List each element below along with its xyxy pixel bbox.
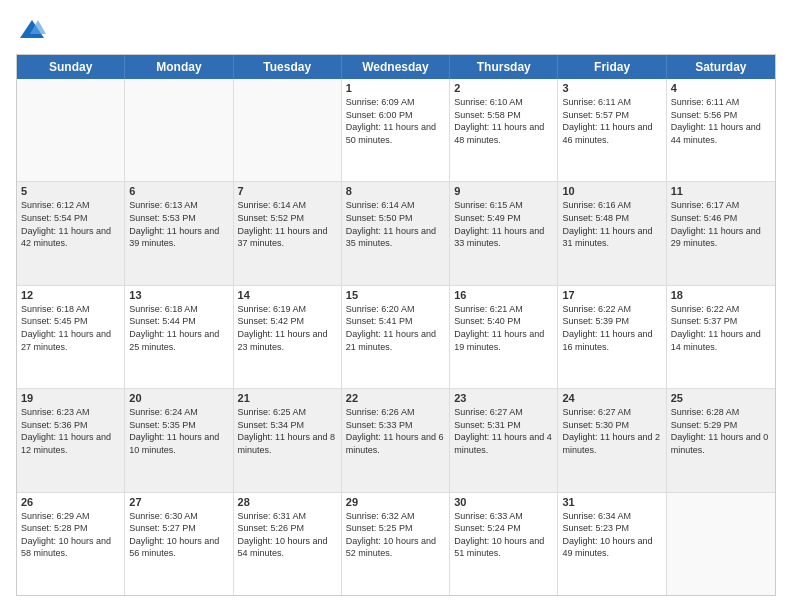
day-number: 15 [346, 289, 445, 301]
logo-icon [18, 16, 46, 44]
day-cell: 24Sunrise: 6:27 AM Sunset: 5:30 PM Dayli… [558, 389, 666, 491]
week-row-1: 1Sunrise: 6:09 AM Sunset: 6:00 PM Daylig… [17, 79, 775, 181]
day-info: Sunrise: 6:25 AM Sunset: 5:34 PM Dayligh… [238, 406, 337, 456]
day-info: Sunrise: 6:14 AM Sunset: 5:52 PM Dayligh… [238, 199, 337, 249]
day-number: 21 [238, 392, 337, 404]
day-cell: 14Sunrise: 6:19 AM Sunset: 5:42 PM Dayli… [234, 286, 342, 388]
day-info: Sunrise: 6:19 AM Sunset: 5:42 PM Dayligh… [238, 303, 337, 353]
day-info: Sunrise: 6:17 AM Sunset: 5:46 PM Dayligh… [671, 199, 771, 249]
week-row-3: 12Sunrise: 6:18 AM Sunset: 5:45 PM Dayli… [17, 285, 775, 388]
day-cell: 17Sunrise: 6:22 AM Sunset: 5:39 PM Dayli… [558, 286, 666, 388]
day-number: 16 [454, 289, 553, 301]
day-header-saturday: Saturday [667, 55, 775, 79]
day-cell: 29Sunrise: 6:32 AM Sunset: 5:25 PM Dayli… [342, 493, 450, 595]
day-number: 30 [454, 496, 553, 508]
day-cell [234, 79, 342, 181]
day-number: 1 [346, 82, 445, 94]
day-cell: 2Sunrise: 6:10 AM Sunset: 5:58 PM Daylig… [450, 79, 558, 181]
day-info: Sunrise: 6:16 AM Sunset: 5:48 PM Dayligh… [562, 199, 661, 249]
day-cell: 21Sunrise: 6:25 AM Sunset: 5:34 PM Dayli… [234, 389, 342, 491]
day-cell: 20Sunrise: 6:24 AM Sunset: 5:35 PM Dayli… [125, 389, 233, 491]
day-info: Sunrise: 6:11 AM Sunset: 5:56 PM Dayligh… [671, 96, 771, 146]
day-info: Sunrise: 6:30 AM Sunset: 5:27 PM Dayligh… [129, 510, 228, 560]
day-info: Sunrise: 6:22 AM Sunset: 5:37 PM Dayligh… [671, 303, 771, 353]
day-cell: 7Sunrise: 6:14 AM Sunset: 5:52 PM Daylig… [234, 182, 342, 284]
day-number: 27 [129, 496, 228, 508]
day-info: Sunrise: 6:21 AM Sunset: 5:40 PM Dayligh… [454, 303, 553, 353]
day-number: 2 [454, 82, 553, 94]
week-row-5: 26Sunrise: 6:29 AM Sunset: 5:28 PM Dayli… [17, 492, 775, 595]
day-info: Sunrise: 6:31 AM Sunset: 5:26 PM Dayligh… [238, 510, 337, 560]
day-info: Sunrise: 6:23 AM Sunset: 5:36 PM Dayligh… [21, 406, 120, 456]
day-number: 31 [562, 496, 661, 508]
day-cell: 31Sunrise: 6:34 AM Sunset: 5:23 PM Dayli… [558, 493, 666, 595]
day-number: 4 [671, 82, 771, 94]
day-number: 17 [562, 289, 661, 301]
day-cell: 25Sunrise: 6:28 AM Sunset: 5:29 PM Dayli… [667, 389, 775, 491]
day-number: 25 [671, 392, 771, 404]
day-info: Sunrise: 6:28 AM Sunset: 5:29 PM Dayligh… [671, 406, 771, 456]
day-info: Sunrise: 6:22 AM Sunset: 5:39 PM Dayligh… [562, 303, 661, 353]
day-cell: 19Sunrise: 6:23 AM Sunset: 5:36 PM Dayli… [17, 389, 125, 491]
header [16, 16, 776, 44]
day-info: Sunrise: 6:10 AM Sunset: 5:58 PM Dayligh… [454, 96, 553, 146]
day-cell: 16Sunrise: 6:21 AM Sunset: 5:40 PM Dayli… [450, 286, 558, 388]
day-header-thursday: Thursday [450, 55, 558, 79]
day-number: 28 [238, 496, 337, 508]
calendar-body: 1Sunrise: 6:09 AM Sunset: 6:00 PM Daylig… [17, 79, 775, 595]
day-cell: 1Sunrise: 6:09 AM Sunset: 6:00 PM Daylig… [342, 79, 450, 181]
day-header-tuesday: Tuesday [234, 55, 342, 79]
day-info: Sunrise: 6:18 AM Sunset: 5:45 PM Dayligh… [21, 303, 120, 353]
day-cell: 9Sunrise: 6:15 AM Sunset: 5:49 PM Daylig… [450, 182, 558, 284]
week-row-2: 5Sunrise: 6:12 AM Sunset: 5:54 PM Daylig… [17, 181, 775, 284]
day-number: 8 [346, 185, 445, 197]
day-number: 5 [21, 185, 120, 197]
day-cell: 6Sunrise: 6:13 AM Sunset: 5:53 PM Daylig… [125, 182, 233, 284]
day-number: 7 [238, 185, 337, 197]
day-info: Sunrise: 6:33 AM Sunset: 5:24 PM Dayligh… [454, 510, 553, 560]
page: SundayMondayTuesdayWednesdayThursdayFrid… [0, 0, 792, 612]
day-info: Sunrise: 6:24 AM Sunset: 5:35 PM Dayligh… [129, 406, 228, 456]
day-info: Sunrise: 6:11 AM Sunset: 5:57 PM Dayligh… [562, 96, 661, 146]
day-info: Sunrise: 6:18 AM Sunset: 5:44 PM Dayligh… [129, 303, 228, 353]
day-cell: 8Sunrise: 6:14 AM Sunset: 5:50 PM Daylig… [342, 182, 450, 284]
day-info: Sunrise: 6:13 AM Sunset: 5:53 PM Dayligh… [129, 199, 228, 249]
day-info: Sunrise: 6:12 AM Sunset: 5:54 PM Dayligh… [21, 199, 120, 249]
day-number: 12 [21, 289, 120, 301]
day-cell: 26Sunrise: 6:29 AM Sunset: 5:28 PM Dayli… [17, 493, 125, 595]
day-headers: SundayMondayTuesdayWednesdayThursdayFrid… [17, 55, 775, 79]
day-number: 29 [346, 496, 445, 508]
day-info: Sunrise: 6:27 AM Sunset: 5:30 PM Dayligh… [562, 406, 661, 456]
day-cell: 27Sunrise: 6:30 AM Sunset: 5:27 PM Dayli… [125, 493, 233, 595]
logo [16, 16, 46, 44]
calendar: SundayMondayTuesdayWednesdayThursdayFrid… [16, 54, 776, 596]
week-row-4: 19Sunrise: 6:23 AM Sunset: 5:36 PM Dayli… [17, 388, 775, 491]
day-cell: 30Sunrise: 6:33 AM Sunset: 5:24 PM Dayli… [450, 493, 558, 595]
day-cell: 12Sunrise: 6:18 AM Sunset: 5:45 PM Dayli… [17, 286, 125, 388]
day-number: 19 [21, 392, 120, 404]
day-info: Sunrise: 6:14 AM Sunset: 5:50 PM Dayligh… [346, 199, 445, 249]
day-number: 22 [346, 392, 445, 404]
day-cell: 4Sunrise: 6:11 AM Sunset: 5:56 PM Daylig… [667, 79, 775, 181]
day-cell [667, 493, 775, 595]
day-cell: 5Sunrise: 6:12 AM Sunset: 5:54 PM Daylig… [17, 182, 125, 284]
day-cell: 18Sunrise: 6:22 AM Sunset: 5:37 PM Dayli… [667, 286, 775, 388]
day-info: Sunrise: 6:32 AM Sunset: 5:25 PM Dayligh… [346, 510, 445, 560]
day-cell: 28Sunrise: 6:31 AM Sunset: 5:26 PM Dayli… [234, 493, 342, 595]
day-cell: 13Sunrise: 6:18 AM Sunset: 5:44 PM Dayli… [125, 286, 233, 388]
day-info: Sunrise: 6:20 AM Sunset: 5:41 PM Dayligh… [346, 303, 445, 353]
day-header-friday: Friday [558, 55, 666, 79]
day-number: 11 [671, 185, 771, 197]
day-header-monday: Monday [125, 55, 233, 79]
day-header-wednesday: Wednesday [342, 55, 450, 79]
day-number: 10 [562, 185, 661, 197]
day-number: 18 [671, 289, 771, 301]
day-number: 24 [562, 392, 661, 404]
day-number: 23 [454, 392, 553, 404]
day-info: Sunrise: 6:29 AM Sunset: 5:28 PM Dayligh… [21, 510, 120, 560]
day-cell: 11Sunrise: 6:17 AM Sunset: 5:46 PM Dayli… [667, 182, 775, 284]
day-cell: 3Sunrise: 6:11 AM Sunset: 5:57 PM Daylig… [558, 79, 666, 181]
day-number: 6 [129, 185, 228, 197]
day-number: 3 [562, 82, 661, 94]
day-info: Sunrise: 6:09 AM Sunset: 6:00 PM Dayligh… [346, 96, 445, 146]
